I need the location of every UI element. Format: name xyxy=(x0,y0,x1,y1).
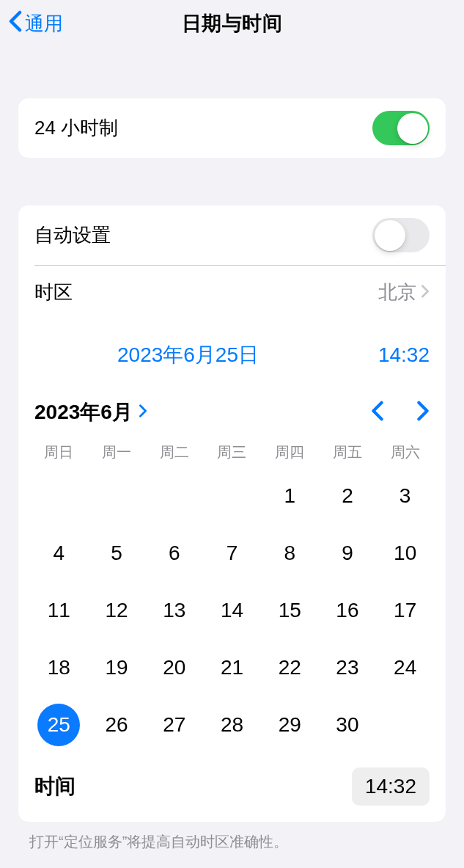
calendar-day-number: 22 xyxy=(268,646,311,689)
calendar-day-number: 18 xyxy=(37,646,80,689)
calendar-day[interactable]: 26 xyxy=(88,701,146,748)
calendar-day[interactable]: 2 xyxy=(319,473,377,519)
calendar-day-number: 7 xyxy=(210,532,253,575)
twentyfour-label: 24 小时制 xyxy=(34,115,118,141)
next-month-button[interactable] xyxy=(416,401,430,424)
calendar-day-empty: 0 xyxy=(88,473,146,519)
calendar-day-number: 6 xyxy=(153,532,196,575)
auto-set-label: 自动设置 xyxy=(34,222,111,248)
calendar-day-number: 13 xyxy=(153,589,196,632)
calendar-day-number: 3 xyxy=(384,475,427,517)
calendar-day-number: 28 xyxy=(210,704,253,746)
calendar-day[interactable]: 25 xyxy=(30,701,88,748)
weekday-header: 周五 xyxy=(319,438,377,467)
date-display[interactable]: 2023年6月25日 xyxy=(34,341,342,369)
calendar-day-number: 4 xyxy=(37,532,80,575)
calendar-day-number: 15 xyxy=(268,589,311,632)
calendar-day[interactable]: 18 xyxy=(30,644,88,691)
calendar-day-number: 12 xyxy=(95,589,138,632)
timezone-value: 北京 xyxy=(378,280,416,305)
month-year-text: 2023年6月 xyxy=(34,398,133,426)
time-display[interactable]: 14:32 xyxy=(342,343,430,367)
calendar-day-number: 9 xyxy=(326,532,369,575)
calendar-day[interactable]: 17 xyxy=(376,587,434,634)
calendar-day[interactable]: 5 xyxy=(88,530,146,577)
calendar-day-number: 24 xyxy=(384,646,427,689)
calendar-day[interactable]: 28 xyxy=(203,701,261,748)
twentyfour-switch[interactable] xyxy=(372,111,430,145)
calendar-day-empty: 0 xyxy=(145,473,203,519)
calendar-day[interactable]: 20 xyxy=(145,644,203,691)
calendar-day[interactable]: 24 xyxy=(376,644,434,691)
back-button[interactable]: 通用 xyxy=(9,10,63,37)
calendar-day[interactable]: 7 xyxy=(203,530,261,577)
time-picker-value[interactable]: 14:32 xyxy=(352,767,430,806)
chevron-right-icon xyxy=(421,285,430,301)
time-label: 时间 xyxy=(34,773,76,800)
calendar-day-number: 27 xyxy=(153,704,196,746)
calendar-day-number: 25 xyxy=(37,704,80,746)
calendar-day[interactable]: 4 xyxy=(30,530,88,577)
timezone-label: 时区 xyxy=(34,280,73,305)
calendar-day-number: 29 xyxy=(268,704,311,746)
calendar-day[interactable]: 29 xyxy=(261,701,319,748)
chevron-right-icon xyxy=(139,404,147,420)
calendar-day-empty: 0 xyxy=(30,473,88,519)
calendar-day[interactable]: 27 xyxy=(145,701,203,748)
calendar-day[interactable]: 15 xyxy=(261,587,319,634)
weekday-header: 周四 xyxy=(261,438,319,467)
auto-set-switch[interactable] xyxy=(372,218,430,252)
calendar-day[interactable]: 14 xyxy=(203,587,261,634)
month-year-picker[interactable]: 2023年6月 xyxy=(34,398,147,426)
calendar-day[interactable]: 6 xyxy=(145,530,203,577)
calendar-day[interactable]: 11 xyxy=(30,587,88,634)
weekday-header: 周二 xyxy=(145,438,203,467)
calendar-day-number: 19 xyxy=(95,646,138,689)
switch-thumb xyxy=(397,113,428,144)
page-title: 日期与时间 xyxy=(182,10,283,37)
calendar-day-number: 20 xyxy=(153,646,196,689)
calendar-day-number: 14 xyxy=(210,589,253,632)
calendar-day-number: 17 xyxy=(384,589,427,632)
calendar-day[interactable]: 21 xyxy=(203,644,261,691)
calendar-day-number: 21 xyxy=(210,646,253,689)
calendar-day-number: 8 xyxy=(268,532,311,575)
calendar-day[interactable]: 3 xyxy=(376,473,434,519)
calendar-day[interactable]: 13 xyxy=(145,587,203,634)
calendar-day-number: 26 xyxy=(95,704,138,746)
footer-note: 打开“定位服务”将提高自动时区准确性。 xyxy=(0,822,464,852)
calendar-day[interactable]: 16 xyxy=(319,587,377,634)
calendar-day[interactable]: 10 xyxy=(376,530,434,577)
weekday-header: 周六 xyxy=(376,438,434,467)
calendar-day[interactable]: 23 xyxy=(319,644,377,691)
prev-month-button[interactable] xyxy=(371,401,384,424)
calendar-day-number: 11 xyxy=(37,589,80,632)
chevron-left-icon xyxy=(9,10,25,37)
switch-thumb xyxy=(375,220,405,251)
calendar-day-number: 10 xyxy=(384,532,427,575)
calendar-day[interactable]: 30 xyxy=(319,701,377,748)
weekday-header: 周一 xyxy=(88,438,146,467)
calendar-day-number: 16 xyxy=(326,589,369,632)
calendar-day-number: 1 xyxy=(268,475,311,517)
calendar-day[interactable]: 9 xyxy=(319,530,377,577)
back-label: 通用 xyxy=(25,11,63,37)
calendar-day[interactable]: 22 xyxy=(261,644,319,691)
weekday-header: 周三 xyxy=(203,438,261,467)
calendar-day-number: 30 xyxy=(326,704,369,746)
calendar-day[interactable]: 8 xyxy=(261,530,319,577)
calendar-day-number: 2 xyxy=(326,475,369,517)
calendar-day-empty: 0 xyxy=(203,473,261,519)
timezone-row[interactable]: 时区 北京 xyxy=(34,265,446,319)
weekday-header: 周日 xyxy=(30,438,88,467)
calendar-day-number: 5 xyxy=(95,532,138,575)
calendar-day[interactable]: 1 xyxy=(261,473,319,519)
calendar-day-number: 23 xyxy=(326,646,369,689)
calendar-day[interactable]: 12 xyxy=(88,587,146,634)
calendar-day[interactable]: 19 xyxy=(88,644,146,691)
